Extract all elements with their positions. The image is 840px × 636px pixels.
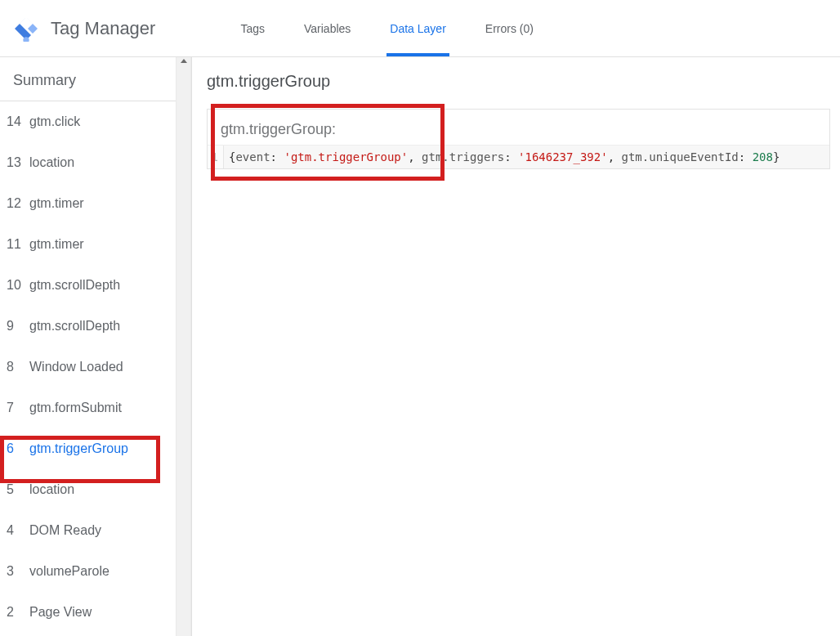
code-row: 1 {event: 'gtm.triggerGroup', gtm.trigge… (208, 145, 829, 168)
app-title: Tag Manager (51, 18, 155, 39)
sidebar-event-item[interactable]: 7 gtm.formSubmit (0, 387, 176, 428)
sidebar-summary[interactable]: Summary (0, 57, 176, 101)
sidebar-event-item[interactable]: 12 gtm.timer (0, 183, 176, 224)
event-number: 6 (7, 437, 29, 461)
event-label: DOM Ready (29, 518, 101, 543)
tab-tags[interactable]: Tags (237, 0, 268, 56)
event-number: 11 (7, 232, 29, 257)
sidebar-event-item[interactable]: 10 gtm.scrollDepth (0, 265, 176, 306)
sidebar-event-item[interactable]: 2 Page View (0, 592, 176, 633)
event-label: location (29, 150, 74, 175)
event-label: location (29, 477, 74, 502)
event-detail-title: gtm.triggerGroup (207, 72, 830, 91)
data-layer-panel: gtm.triggerGroup: 1 {event: 'gtm.trigger… (207, 109, 830, 169)
sidebar-event-item[interactable]: 5 location (0, 469, 176, 510)
event-list: 14 gtm.click 13 location 12 gtm.timer 11… (0, 101, 176, 633)
sidebar-event-item[interactable]: 6 gtm.triggerGroup (0, 428, 176, 469)
sidebar-event-item[interactable]: 3 volumeParole (0, 551, 176, 592)
event-number: 3 (7, 559, 29, 584)
event-number: 4 (7, 518, 29, 543)
event-label: gtm.scrollDepth (29, 314, 120, 338)
event-number: 14 (7, 110, 29, 134)
sidebar-event-item[interactable]: 14 gtm.click (0, 101, 176, 142)
event-label: volumeParole (29, 559, 109, 584)
event-label: gtm.triggerGroup (29, 437, 128, 461)
event-number: 2 (7, 600, 29, 625)
event-label: gtm.click (29, 110, 80, 134)
event-number: 10 (7, 273, 29, 298)
sidebar-wrap: Summary 14 gtm.click 13 location 12 gtm.… (0, 57, 192, 636)
event-number: 8 (7, 355, 29, 379)
scroll-up-arrow-icon (181, 59, 187, 63)
app-header: Tag Manager Tags Variables Data Layer Er… (0, 0, 840, 57)
event-label: Page View (29, 600, 92, 625)
event-label: gtm.formSubmit (29, 396, 122, 420)
sidebar-event-item[interactable]: 4 DOM Ready (0, 510, 176, 551)
sidebar-event-item[interactable]: 11 gtm.timer (0, 224, 176, 265)
sidebar-event-item[interactable]: 8 Window Loaded (0, 347, 176, 387)
body-row: Summary 14 gtm.click 13 location 12 gtm.… (0, 57, 840, 636)
event-label: gtm.scrollDepth (29, 273, 120, 298)
sidebar-event-item[interactable]: 9 gtm.scrollDepth (0, 306, 176, 347)
header-tabs: Tags Variables Data Layer Errors (0) (237, 0, 537, 56)
tab-errors[interactable]: Errors (0) (482, 0, 537, 56)
tag-manager-logo-icon (13, 16, 39, 42)
main-content: gtm.triggerGroup gtm.triggerGroup: 1 {ev… (192, 57, 840, 636)
event-number: 5 (7, 477, 29, 502)
panel-head: gtm.triggerGroup: (208, 110, 829, 145)
event-label: Window Loaded (29, 355, 123, 379)
event-label: gtm.timer (29, 232, 84, 257)
tab-variables[interactable]: Variables (301, 0, 354, 56)
event-number: 7 (7, 396, 29, 420)
event-sidebar: Summary 14 gtm.click 13 location 12 gtm.… (0, 57, 176, 636)
sidebar-event-item[interactable]: 13 location (0, 142, 176, 183)
event-label: gtm.timer (29, 191, 84, 216)
sidebar-scrollbar[interactable] (176, 57, 191, 636)
line-number: 1 (208, 146, 224, 168)
event-number: 9 (7, 314, 29, 338)
event-number: 12 (7, 191, 29, 216)
tab-data-layer[interactable]: Data Layer (386, 0, 449, 56)
code-content: {event: 'gtm.triggerGroup', gtm.triggers… (224, 146, 784, 168)
event-number: 13 (7, 150, 29, 175)
